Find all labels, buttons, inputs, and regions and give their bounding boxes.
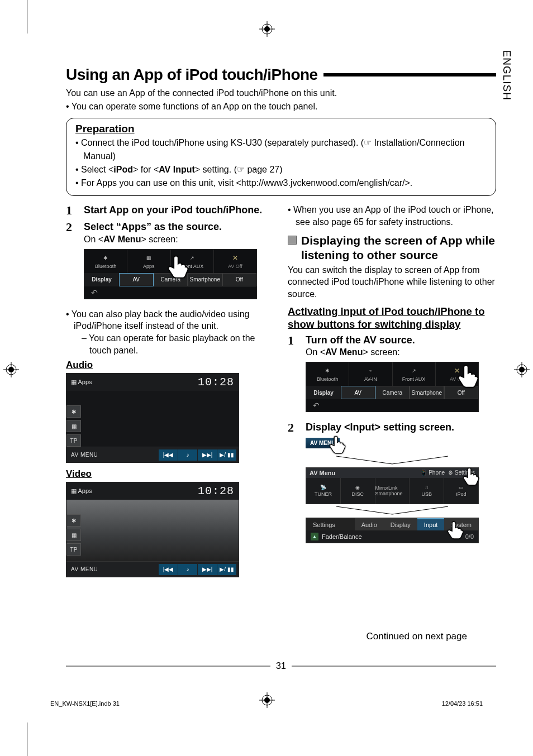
screenshot-video-player: ▦ Apps 10:28 ✱ ▦ TP AV MENU |◀◀ ♪ ▶▶|: [66, 482, 239, 577]
caret-up-icon[interactable]: ▲: [311, 533, 318, 540]
av-menu-panel: AV Menu 📱 Phone ⚙ Settings 📡TUNER ◉DISC …: [306, 467, 479, 504]
source-disc[interactable]: ◉DISC: [341, 478, 375, 504]
flow-arrow-icon: [306, 454, 479, 467]
intro-bullet: You can operate some functions of an App…: [66, 101, 496, 113]
tab-bluetooth[interactable]: ✱Bluetooth: [84, 250, 127, 273]
footer-rule: 31: [66, 661, 496, 671]
next-button[interactable]: ▶▶|: [198, 564, 217, 575]
section-heading: Displaying the screen of App while liste…: [301, 233, 496, 261]
pointer-icon: ☞: [364, 138, 372, 147]
av-menu-button[interactable]: AV MENU: [66, 452, 102, 458]
section-square-icon: [288, 236, 297, 245]
pill-smartphone[interactable]: Smartphone: [410, 386, 444, 399]
source-usb[interactable]: ⎍USB: [410, 478, 444, 504]
pill-smartphone[interactable]: Smartphone: [188, 273, 222, 286]
hand-pointer-icon: [456, 362, 482, 388]
page-content: ENGLISH Using an App of iPod touch/iPhon…: [66, 66, 496, 583]
tab-audio[interactable]: Audio: [355, 518, 384, 530]
step-title: Turn off the AV source.: [306, 334, 496, 347]
row-label: Display: [84, 273, 119, 286]
step-title: Select “Apps” as the source.: [84, 221, 274, 233]
body-bullet: When you use an App of the iPod touch or…: [288, 204, 496, 228]
tab-bluetooth[interactable]: ✱Bluetooth: [306, 362, 349, 386]
language-tab: ENGLISH: [501, 50, 513, 101]
preparation-heading: Preparation: [75, 123, 487, 135]
settings-title: Settings: [306, 518, 355, 530]
page-title: Using an App of iPod touch/iPhone: [66, 66, 318, 84]
phone-button[interactable]: 📱 Phone: [420, 470, 445, 476]
hand-pointer-icon: [166, 253, 192, 279]
play-pause-button[interactable]: ▶/ ▮▮: [217, 564, 236, 575]
footer-file: EN_KW-NSX1[E].indb 31: [50, 700, 120, 707]
clock: 10:28: [198, 485, 234, 497]
section-body: You can switch the display to screen of …: [288, 264, 496, 300]
setting-row-value: 0/0: [465, 533, 474, 540]
audio-label: Audio: [66, 360, 274, 371]
pill-av[interactable]: AV: [119, 273, 154, 286]
page-number: 31: [276, 661, 286, 671]
screenshot-flow: AV MENU AV Menu 📱: [306, 437, 479, 543]
screenshot-audio-player: ▦ Apps 10:28 ✱ ▦ TP AV MENU |◀◀ ♪ ▶▶|: [66, 373, 239, 463]
settings-panel: Settings Audio Display Input System ▲ Fa…: [306, 518, 479, 543]
tab-input[interactable]: Input: [417, 518, 444, 530]
source-badge: ▦ Apps: [71, 379, 92, 386]
hand-pointer-icon: [328, 434, 348, 454]
prev-button[interactable]: |◀◀: [159, 449, 178, 461]
hand-pointer-icon: [461, 466, 482, 486]
av-menu-button[interactable]: AV MENU: [66, 566, 102, 572]
back-icon[interactable]: ↶: [84, 286, 256, 299]
next-button[interactable]: ▶▶|: [198, 449, 217, 461]
footer-timestamp: 12/04/23 16:51: [442, 700, 483, 707]
tab-display[interactable]: Display: [384, 518, 417, 530]
music-button[interactable]: ♪: [178, 564, 197, 575]
source-badge: ▦ Apps: [71, 487, 92, 495]
tp-button[interactable]: TP: [66, 434, 81, 447]
prep-item: Connect the iPod touch/iPhone using KS-U…: [75, 136, 487, 163]
music-button[interactable]: ♪: [178, 449, 197, 461]
grid-icon[interactable]: ▦: [66, 420, 81, 432]
body-sub-bullet: You can operate for basic playback on th…: [74, 332, 274, 356]
step-number: 2: [288, 421, 306, 543]
prep-item: For Apps you can use on this unit, visit…: [75, 176, 487, 190]
step-title: Start App on your iPod touch/iPhone.: [84, 204, 274, 217]
step-number: 2: [66, 221, 84, 305]
bluetooth-icon[interactable]: ✱: [66, 514, 81, 527]
source-mirrorlink[interactable]: MirrorLink Smartphone: [375, 478, 410, 504]
pill-camera[interactable]: Camera: [375, 386, 410, 399]
hand-pointer-icon: [446, 519, 466, 539]
pill-av[interactable]: AV: [341, 386, 375, 399]
continued-text: Continued on next page: [366, 631, 467, 642]
title-rule: [323, 73, 496, 76]
intro-text: You can use an App of the connected iPod…: [66, 88, 337, 98]
registration-mark: [3, 362, 19, 377]
prev-button[interactable]: |◀◀: [159, 564, 178, 575]
preparation-box: Preparation Connect the iPod touch/iPhon…: [66, 118, 496, 196]
step-subtext: On <AV Menu> screen:: [306, 347, 496, 357]
step-number: 1: [66, 204, 84, 217]
video-label: Video: [66, 468, 274, 480]
panel-title: AV Menu: [310, 470, 335, 476]
row-label: Display: [306, 386, 341, 399]
source-tuner[interactable]: 📡TUNER: [306, 478, 341, 504]
tab-av-off[interactable]: AV Off: [214, 250, 256, 273]
grid-icon[interactable]: ▦: [66, 529, 81, 541]
bluetooth-icon[interactable]: ✱: [66, 405, 81, 418]
step-number: 1: [288, 334, 306, 418]
tab-apps[interactable]: ▦Apps: [127, 250, 170, 273]
tab-av-in[interactable]: ⌁AV-IN: [349, 362, 392, 386]
body-bullet: You can also play back the audio/video u…: [66, 308, 274, 356]
subsection-heading: Activating input of iPod touch/iPhone to…: [288, 305, 496, 331]
prep-item: Select <iPod> for <AV Input> setting. (☞…: [75, 163, 487, 176]
step-subtext: On <AV Menu> screen:: [84, 235, 274, 245]
registration-mark: [514, 362, 530, 377]
step-title: Display <Input> setting screen.: [306, 421, 496, 434]
registration-mark: [259, 21, 275, 37]
tab-front-aux[interactable]: ↗Front AUX: [393, 362, 436, 386]
back-icon[interactable]: ↶: [306, 399, 478, 412]
screenshot-av-menu-off: ✱Bluetooth ⌁AV-IN ↗Front AUX AV Off Disp…: [306, 362, 479, 412]
flow-arrow-icon: [306, 504, 479, 518]
tp-button[interactable]: TP: [66, 543, 81, 556]
play-pause-button[interactable]: ▶/ ▮▮: [217, 449, 236, 461]
pill-off[interactable]: Off: [222, 273, 257, 286]
setting-row-label: Fader/Balance: [322, 533, 362, 540]
